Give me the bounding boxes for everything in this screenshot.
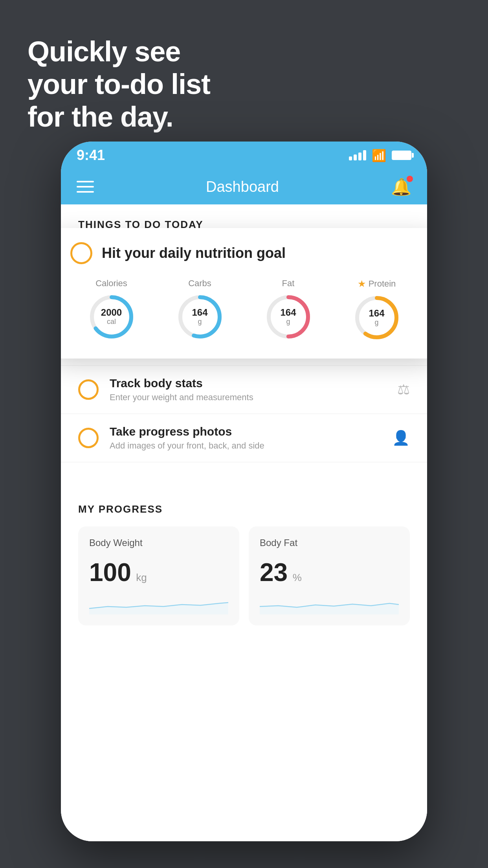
nutrition-card-header: Hit your daily nutrition goal [70, 242, 418, 264]
star-icon: ★ [358, 278, 366, 289]
person-icon: 👤 [392, 430, 410, 446]
body-weight-value: 100 [89, 558, 131, 587]
photos-text: Take progress photos Add images of your … [110, 425, 381, 451]
body-stats-title: Track body stats [110, 377, 386, 390]
status-time: 9:41 [77, 147, 105, 164]
fat-label: Fat [282, 278, 295, 289]
bell-icon[interactable]: 🔔 [391, 177, 411, 197]
progress-section: MY PROGRESS Body Weight 100 kg [61, 486, 427, 625]
progress-cards: Body Weight 100 kg Body Fat [78, 526, 410, 625]
main-content: THINGS TO DO TODAY Hit your daily nutrit… [61, 204, 427, 841]
nav-bar: Dashboard 🔔 [61, 169, 427, 204]
notification-dot [407, 176, 413, 182]
hamburger-menu[interactable] [77, 181, 94, 193]
status-bar: 9:41 📶 [61, 142, 427, 169]
nutrition-fat: Fat 164 g [265, 278, 312, 340]
body-stats-circle [78, 379, 99, 400]
body-weight-unit: kg [136, 572, 147, 583]
body-weight-label: Body Weight [89, 537, 228, 548]
body-weight-chart [89, 595, 228, 614]
wifi-icon: 📶 [372, 149, 386, 162]
body-fat-label: Body Fat [260, 537, 399, 548]
body-weight-card[interactable]: Body Weight 100 kg [78, 526, 239, 625]
nutrition-protein: ★Protein 164 g [353, 278, 400, 341]
phone-mockup: 9:41 📶 Dashboard 🔔 THINGS TO DO TODAY [61, 142, 427, 841]
scale-icon: ⚖ [397, 381, 410, 398]
carbs-value: 164 g [192, 307, 207, 326]
carbs-label: Carbs [188, 278, 211, 289]
protein-donut: 164 g [353, 294, 400, 341]
todo-item-photos[interactable]: Take progress photos Add images of your … [61, 414, 427, 462]
calories-label: Calories [95, 278, 127, 289]
signal-icon [349, 150, 366, 160]
body-fat-value-row: 23 % [260, 558, 399, 587]
progress-header: MY PROGRESS [78, 503, 410, 515]
body-stats-subtitle: Enter your weight and measurements [110, 392, 386, 403]
nutrition-carbs: Carbs 164 g [176, 278, 224, 340]
photos-circle [78, 428, 99, 448]
body-weight-value-row: 100 kg [89, 558, 228, 587]
carbs-donut: 164 g [176, 293, 224, 340]
nutrition-calories: Calories 2000 cal [88, 278, 135, 340]
body-stats-text: Track body stats Enter your weight and m… [110, 377, 386, 403]
nutrition-check-circle [70, 242, 92, 264]
body-fat-card[interactable]: Body Fat 23 % [249, 526, 410, 625]
calories-value: 2000 cal [101, 307, 122, 326]
todo-item-body-stats[interactable]: Track body stats Enter your weight and m… [61, 366, 427, 414]
body-fat-unit: % [293, 572, 302, 583]
nutrition-card-title: Hit your daily nutrition goal [102, 245, 286, 261]
nutrition-grid: Calories 2000 cal Carbs [70, 278, 418, 341]
protein-label: ★Protein [358, 278, 396, 289]
body-fat-value: 23 [260, 558, 288, 587]
nav-title: Dashboard [206, 178, 279, 195]
protein-value: 164 g [369, 308, 384, 327]
fat-value: 164 g [280, 307, 296, 326]
calories-donut: 2000 cal [88, 293, 135, 340]
svg-marker-9 [260, 603, 399, 614]
battery-icon [392, 151, 411, 160]
body-fat-chart [260, 595, 399, 614]
headline: Quickly see your to-do list for the day. [28, 35, 210, 133]
photos-title: Take progress photos [110, 425, 381, 438]
nutrition-card: Hit your daily nutrition goal Calories 2… [61, 228, 427, 359]
photos-subtitle: Add images of your front, back, and side [110, 441, 381, 451]
status-icons: 📶 [349, 149, 411, 162]
fat-donut: 164 g [265, 293, 312, 340]
